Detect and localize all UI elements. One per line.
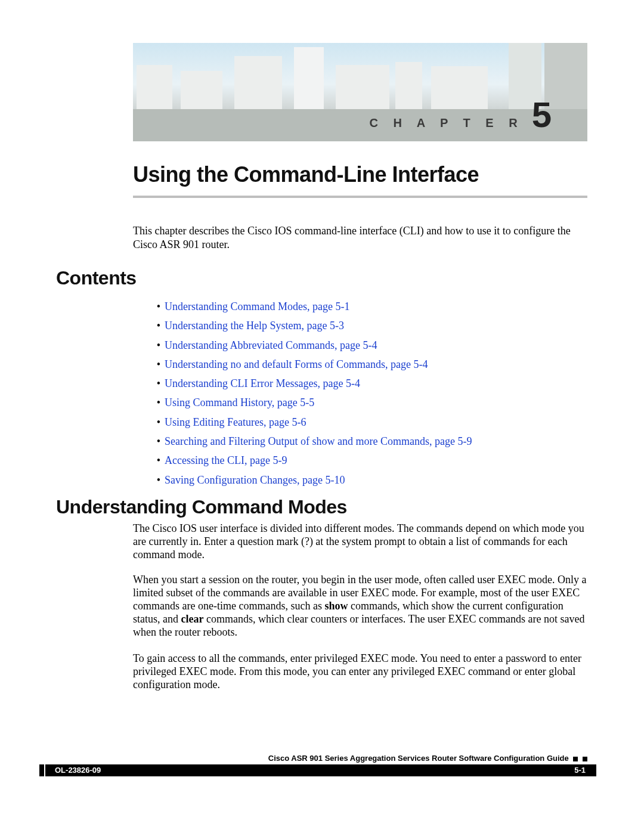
toc-link[interactable]: Understanding CLI Error Messages, page 5… bbox=[165, 376, 360, 391]
chapter-word: C H A P T E R bbox=[369, 116, 523, 130]
footer-bar: OL-23826-09 5-1 bbox=[45, 764, 596, 776]
toc-link[interactable]: Searching and Filtering Output of show a… bbox=[165, 434, 472, 448]
toc-item: •Understanding Abbreviated Commands, pag… bbox=[153, 338, 582, 352]
bullet-icon: • bbox=[153, 453, 165, 467]
toc-link[interactable]: Saving Configuration Changes, page 5-10 bbox=[165, 473, 345, 487]
toc-item: •Understanding Command Modes, page 5-1 bbox=[153, 299, 582, 314]
toc-item: •Using Editing Features, page 5-6 bbox=[153, 415, 582, 429]
keyword-clear: clear bbox=[181, 613, 204, 625]
bullet-icon: • bbox=[153, 357, 165, 371]
chapter-number: 5 bbox=[532, 97, 552, 133]
bullet-icon: • bbox=[153, 473, 165, 487]
page-number: 5-1 bbox=[564, 764, 596, 776]
bullet-icon: • bbox=[153, 395, 165, 410]
bullet-icon: • bbox=[153, 338, 165, 352]
chapter-banner: C H A P T E R 5 bbox=[133, 43, 587, 141]
guide-title-text: Cisco ASR 901 Series Aggregation Service… bbox=[268, 754, 569, 763]
toc-item: •Using Command History, page 5-5 bbox=[153, 395, 582, 410]
toc-link[interactable]: Using Editing Features, page 5-6 bbox=[165, 415, 306, 429]
square-icon bbox=[583, 757, 587, 761]
toc-item: •Understanding no and default Forms of C… bbox=[153, 357, 582, 371]
bullet-icon: • bbox=[153, 434, 165, 448]
page-title: Using the Command-Line Interface bbox=[133, 162, 587, 193]
bullet-icon: • bbox=[153, 415, 165, 429]
doc-id: OL-23826-09 bbox=[55, 766, 101, 775]
bullet-icon: • bbox=[153, 318, 165, 333]
intro-paragraph: This chapter describes the Cisco IOS com… bbox=[133, 224, 587, 251]
toc-link[interactable]: Accessing the CLI, page 5-9 bbox=[165, 453, 287, 467]
bullet-icon: • bbox=[153, 376, 165, 391]
square-icon bbox=[573, 757, 578, 761]
title-rule bbox=[133, 196, 587, 198]
toc-item: •Searching and Filtering Output of show … bbox=[153, 434, 582, 448]
body-paragraph: When you start a session on the router, … bbox=[133, 574, 587, 639]
toc-link[interactable]: Understanding Command Modes, page 5-1 bbox=[165, 299, 349, 314]
contents-heading: Contents bbox=[56, 267, 137, 289]
footer-tick-icon bbox=[39, 764, 44, 776]
toc-item: •Understanding the Help System, page 5-3 bbox=[153, 318, 582, 333]
footer-guide-title: Cisco ASR 901 Series Aggregation Service… bbox=[133, 754, 587, 763]
section-heading: Understanding Command Modes bbox=[56, 496, 347, 518]
toc-link[interactable]: Understanding no and default Forms of Co… bbox=[165, 357, 428, 371]
toc-item: •Accessing the CLI, page 5-9 bbox=[153, 453, 582, 467]
toc-item: •Saving Configuration Changes, page 5-10 bbox=[153, 473, 582, 487]
body-paragraph: The Cisco IOS user interface is divided … bbox=[133, 522, 587, 562]
toc-link[interactable]: Understanding the Help System, page 5-3 bbox=[165, 318, 344, 333]
table-of-contents: •Understanding Command Modes, page 5-1 •… bbox=[153, 299, 582, 492]
toc-item: •Understanding CLI Error Messages, page … bbox=[153, 376, 582, 391]
toc-link[interactable]: Understanding Abbreviated Commands, page… bbox=[165, 338, 377, 352]
chapter-label: C H A P T E R 5 bbox=[369, 97, 552, 133]
toc-link[interactable]: Using Command History, page 5-5 bbox=[165, 395, 314, 410]
bullet-icon: • bbox=[153, 299, 165, 314]
keyword-show: show bbox=[324, 600, 348, 612]
body-paragraph: To gain access to all the commands, ente… bbox=[133, 652, 587, 692]
